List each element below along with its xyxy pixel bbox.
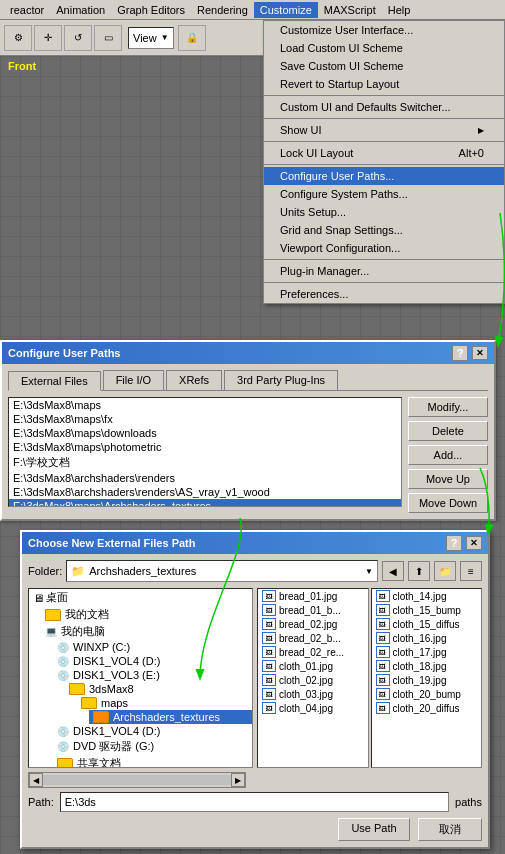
configure-dialog-body: External Files File I/O XRefs 3rd Party … (2, 364, 494, 519)
file-item-r6[interactable]: 🖼 cloth_19.jpg (372, 673, 482, 687)
files-right-panel[interactable]: 🖼 cloth_14.jpg 🖼 cloth_15_bump 🖼 cloth_1… (371, 588, 483, 768)
tree-3dsmax8[interactable]: 3dsMax8 (65, 682, 252, 696)
file-icon-1: 🖼 (262, 604, 276, 616)
menu-item-grid-snap[interactable]: Grid and Snap Settings... (264, 221, 504, 239)
file-item-0[interactable]: 🖼 bread_01.jpg (258, 589, 368, 603)
file-item-4[interactable]: 🖼 bread_02_re... (258, 645, 368, 659)
path-row-7[interactable]: E:\3dsMax8\maps\Archshaders_textures (9, 499, 401, 507)
tree-my-computer[interactable]: 💻 我的电脑 (41, 623, 252, 640)
folder-tree-panel[interactable]: 🖥 桌面 我的文档 💻 我的电脑 💿 WINXP (C:) 💿 D (28, 588, 253, 768)
add-button[interactable]: Add... (408, 445, 488, 465)
path-row-5[interactable]: E:\3dsMax8\archshaders\renders (9, 471, 401, 485)
tree-my-docs[interactable]: 我的文档 (41, 606, 252, 623)
path-list[interactable]: E:\3dsMax8\maps E:\3dsMax8\maps\fx E:\3d… (8, 397, 402, 507)
view-selector[interactable]: View ▼ (128, 27, 174, 49)
folder-up-btn[interactable]: ⬆ (408, 561, 430, 581)
file-item-r4[interactable]: 🖼 cloth_17.jpg (372, 645, 482, 659)
choose-help-btn[interactable]: ? (446, 535, 462, 551)
folder-new-btn[interactable]: 📁 (434, 561, 456, 581)
toolbar-btn-5[interactable]: 🔒 (178, 25, 206, 51)
menu-item-show-ui[interactable]: Show UI (264, 121, 504, 139)
file-item-r5[interactable]: 🖼 cloth_18.jpg (372, 659, 482, 673)
configure-help-btn[interactable]: ? (452, 345, 468, 361)
file-item-r7[interactable]: 🖼 cloth_20_bump (372, 687, 482, 701)
scroll-right-btn[interactable]: ▶ (231, 773, 245, 787)
menu-maxscript[interactable]: MAXScript (318, 2, 382, 18)
tree-disk1-vol4b[interactable]: 💿 DISK1_VOL4 (D:) (53, 724, 252, 738)
menu-item-preferences[interactable]: Preferences... (264, 285, 504, 303)
path-row-3[interactable]: E:\3dsMax8\maps\photometric (9, 440, 401, 454)
path-row-1[interactable]: E:\3dsMax8\maps\fx (9, 412, 401, 426)
path-row-0[interactable]: E:\3dsMax8\maps (9, 398, 401, 412)
drive-icon-1: 💿 (57, 656, 69, 667)
file-item-r8[interactable]: 🖼 cloth_20_diffus (372, 701, 482, 715)
menu-item-revert[interactable]: Revert to Startup Layout (264, 75, 504, 93)
menu-item-configure-paths[interactable]: Configure User Paths... (264, 167, 504, 185)
tree-dvd[interactable]: 💿 DVD 驱动器 (G:) (53, 738, 252, 755)
toolbar-btn-1[interactable]: ⚙ (4, 25, 32, 51)
tree-maps[interactable]: maps (77, 696, 252, 710)
use-path-button[interactable]: Use Path (338, 818, 410, 841)
file-item-3[interactable]: 🖼 bread_02_b... (258, 631, 368, 645)
tree-disk1-vol3[interactable]: 💿 DISK1_VOL3 (E:) (53, 668, 252, 682)
tree-archshaders-tex[interactable]: Archshaders_textures (89, 710, 252, 724)
scroll-left-btn[interactable]: ◀ (29, 773, 43, 787)
path-row-6[interactable]: E:\3dsMax8\archshaders\renders\AS_vray_v… (9, 485, 401, 499)
configure-close-btn[interactable]: ✕ (472, 346, 488, 360)
menu-item-configure-sys[interactable]: Configure System Paths... (264, 185, 504, 203)
file-item-r3[interactable]: 🖼 cloth_16.jpg (372, 631, 482, 645)
tree-shared[interactable]: 共享文档 (53, 755, 252, 768)
toolbar-btn-3[interactable]: ↺ (64, 25, 92, 51)
desktop-icon: 🖥 (33, 592, 44, 604)
path-input[interactable] (60, 792, 449, 812)
menu-item-lock-ui[interactable]: Lock UI Layout Alt+0 (264, 144, 504, 162)
path-row-2[interactable]: E:\3dsMax8\maps\downloads (9, 426, 401, 440)
sep-3 (264, 141, 504, 142)
tree-disk1-vol4[interactable]: 💿 DISK1_VOL4 (D:) (53, 654, 252, 668)
move-down-button[interactable]: Move Down (408, 493, 488, 513)
menu-item-load-scheme[interactable]: Load Custom UI Scheme (264, 39, 504, 57)
file-item-r0[interactable]: 🖼 cloth_14.jpg (372, 589, 482, 603)
path-row-4[interactable]: F:\学校文档 (9, 454, 401, 471)
tree-desktop[interactable]: 🖥 桌面 (29, 589, 252, 606)
folder-view-btn[interactable]: ≡ (460, 561, 482, 581)
configure-dialog-title: Configure User Paths (8, 347, 120, 359)
file-item-8[interactable]: 🖼 cloth_04.jpg (258, 701, 368, 715)
menu-help[interactable]: Help (382, 2, 417, 18)
menu-reactor[interactable]: reactor (4, 2, 50, 18)
delete-button[interactable]: Delete (408, 421, 488, 441)
menu-item-save-scheme[interactable]: Save Custom UI Scheme (264, 57, 504, 75)
tab-xrefs[interactable]: XRefs (166, 370, 222, 390)
viewport-label: Front (8, 60, 36, 72)
horizontal-scrollbar[interactable]: ◀ ▶ (28, 772, 246, 788)
menu-item-units[interactable]: Units Setup... (264, 203, 504, 221)
file-item-1[interactable]: 🖼 bread_01_b... (258, 603, 368, 617)
toolbar-btn-2[interactable]: ✛ (34, 25, 62, 51)
tree-winxp[interactable]: 💿 WINXP (C:) (53, 640, 252, 654)
folder-back-btn[interactable]: ◀ (382, 561, 404, 581)
menu-item-plugin-manager[interactable]: Plug-in Manager... (264, 262, 504, 280)
files-left-panel[interactable]: 🖼 bread_01.jpg 🖼 bread_01_b... 🖼 bread_0… (257, 588, 369, 768)
toolbar-btn-4[interactable]: ▭ (94, 25, 122, 51)
move-up-button[interactable]: Move Up (408, 469, 488, 489)
folder-dropdown[interactable]: 📁 Archshaders_textures ▼ (66, 560, 378, 582)
menu-item-customize-ui[interactable]: Customize User Interface... (264, 21, 504, 39)
tab-external-files[interactable]: External Files (8, 371, 101, 391)
file-item-7[interactable]: 🖼 cloth_03.jpg (258, 687, 368, 701)
menu-item-custom-defaults[interactable]: Custom UI and Defaults Switcher... (264, 98, 504, 116)
file-item-r1[interactable]: 🖼 cloth_15_bump (372, 603, 482, 617)
menu-customize[interactable]: Customize (254, 2, 318, 18)
file-item-5[interactable]: 🖼 cloth_01.jpg (258, 659, 368, 673)
tab-file-io[interactable]: File I/O (103, 370, 164, 390)
file-item-6[interactable]: 🖼 cloth_02.jpg (258, 673, 368, 687)
menu-animation[interactable]: Animation (50, 2, 111, 18)
choose-close-btn[interactable]: ✕ (466, 536, 482, 550)
menu-rendering[interactable]: Rendering (191, 2, 254, 18)
menu-item-viewport-config[interactable]: Viewport Configuration... (264, 239, 504, 257)
file-item-2[interactable]: 🖼 bread_02.jpg (258, 617, 368, 631)
file-item-r2[interactable]: 🖼 cloth_15_diffus (372, 617, 482, 631)
tab-3rd-party[interactable]: 3rd Party Plug-Ins (224, 370, 338, 390)
menu-graph-editors[interactable]: Graph Editors (111, 2, 191, 18)
cancel-button[interactable]: 取消 (418, 818, 482, 841)
modify-button[interactable]: Modify... (408, 397, 488, 417)
